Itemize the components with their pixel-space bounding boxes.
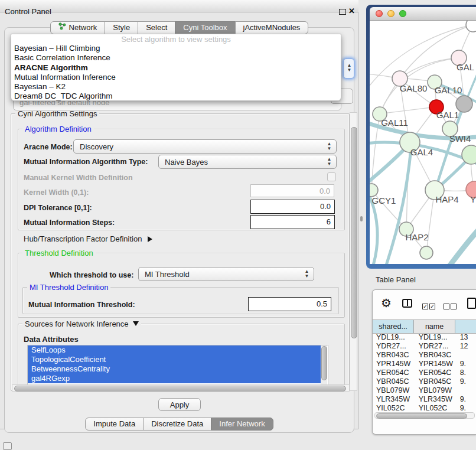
table-cell: YLR345W — [414, 395, 455, 404]
tab-discretize-data[interactable]: Discretize Data — [143, 418, 211, 431]
threshold-definition-title: Threshold Definition — [22, 249, 96, 257]
mi-threshold-label: Mutual Information Threshold: — [28, 301, 135, 309]
hub-definition-section[interactable]: Hub/Transcription Factor Definition — [24, 234, 152, 243]
document-icon[interactable] — [467, 298, 476, 309]
algorithm-dropdown-popup: Select algorithm to view settings Bayesi… — [11, 34, 341, 101]
table-row[interactable]: YBL079WYBL079W — [373, 386, 476, 395]
settings-vertical-scrollbar[interactable] — [350, 112, 357, 391]
which-threshold-combo[interactable]: MI Threshold ▲▼ — [138, 267, 314, 281]
dpi-tolerance-field[interactable]: 0.0 — [250, 200, 335, 214]
table-column-header[interactable]: name — [414, 320, 455, 333]
data-attributes-list[interactable]: SelfLoopsTopologicalCoefficientBetweenne… — [27, 345, 328, 385]
close-icon[interactable]: ✕ — [348, 6, 355, 15]
dpi-tolerance-label: DPI Tolerance [0,1]: — [24, 204, 92, 212]
algorithm-option[interactable]: ARACNE Algorithm — [11, 63, 341, 73]
table-cell: 8. — [455, 369, 476, 377]
data-attribute-item[interactable]: TopologicalCoefficient — [28, 355, 321, 364]
gear-icon[interactable]: ⚙ — [381, 297, 392, 309]
table-column-header[interactable]: shared... — [373, 320, 414, 333]
svg-text:GAL: GAL — [457, 62, 474, 72]
tab-cyni-toolbox[interactable]: Cyni Toolbox — [175, 21, 235, 34]
network-canvas[interactable]: GALGAL80GAL10GAL1GAL11SWI4GAL4GCY1HAP4YH… — [370, 21, 476, 264]
table-column-header[interactable] — [455, 320, 476, 333]
tab-network[interactable]: Network — [50, 21, 106, 34]
unchecked-pair-icon[interactable] — [444, 301, 458, 311]
network-window-titlebar[interactable] — [370, 7, 476, 21]
table-row[interactable]: YDL19...YDL19...13 — [373, 333, 476, 342]
sources-title[interactable]: Sources for Network Inference — [22, 319, 141, 328]
close-traffic-icon[interactable] — [376, 10, 383, 17]
mi-threshold-field[interactable]: 0.5 — [248, 297, 331, 311]
network-icon — [58, 22, 66, 34]
settings-horizontal-scrollbar[interactable] — [12, 384, 350, 392]
list-scrollbar-thumb[interactable] — [321, 346, 327, 380]
tab-infer-network[interactable]: Infer Network — [211, 418, 273, 431]
table-cell: YDL19... — [373, 333, 414, 342]
sources-title-text: Sources for Network Inference — [25, 319, 129, 328]
table-cell: 9. — [455, 377, 476, 386]
tab-impute-data[interactable]: Impute Data — [85, 418, 144, 431]
table-horizontal-scrollbar[interactable] — [374, 412, 475, 419]
aracne-mode-combo[interactable]: Discovery ▲▼ — [73, 139, 337, 154]
split-pane-handle[interactable] — [360, 216, 363, 221]
mi-type-combo[interactable]: Naive Bayes ▲▼ — [158, 155, 337, 169]
tab-jactivemnodules[interactable]: jActiveMNodules — [235, 21, 309, 34]
table-header-row: shared...name — [373, 319, 476, 334]
table-cell: YBL079W — [414, 386, 455, 395]
table-cell: 13 — [455, 333, 476, 342]
table-row[interactable]: YDR27...YDR27...12 — [373, 342, 476, 351]
checked-pair-icon[interactable]: ✓✓ — [422, 301, 436, 311]
svg-text:GCY1: GCY1 — [372, 195, 396, 206]
table-row[interactable]: YBR043CYBR043C — [373, 351, 476, 360]
algorithm-option[interactable]: Bayesian – Hill Climbing — [11, 44, 341, 53]
svg-text:GAL80: GAL80 — [400, 83, 428, 93]
table-row[interactable]: YLR345WYLR345W9. — [373, 395, 476, 404]
list-scrollbar[interactable] — [321, 345, 327, 384]
kernel-width-field[interactable]: 0.0 — [250, 184, 334, 197]
collapse-down-icon[interactable] — [133, 321, 139, 326]
settings-hscroll-thumb[interactable] — [14, 386, 346, 392]
algorithm-option[interactable]: Basic Correlation Inference — [11, 53, 341, 63]
table-row[interactable]: YPR145WYPR145W9. — [373, 360, 476, 369]
control-panel-titlebar[interactable] — [0, 0, 358, 12]
zoom-traffic-icon[interactable] — [399, 10, 406, 17]
network-canvas-svg[interactable]: GALGAL80GAL10GAL1GAL11SWI4GAL4GCY1HAP4YH… — [370, 21, 476, 264]
tab-label: Discretize Data — [151, 418, 203, 430]
table-row[interactable]: YER054CYER054C8. — [373, 369, 476, 377]
apply-button[interactable]: Apply — [158, 398, 201, 411]
expand-right-icon[interactable] — [148, 236, 152, 242]
svg-text:GAL4: GAL4 — [410, 147, 433, 157]
algorithm-option[interactable]: Dream8 DC_TDC Algorithm — [11, 92, 341, 101]
mi-steps-field[interactable]: 6 — [250, 215, 335, 229]
mi-threshold-definition-title: MI Threshold Definition — [27, 283, 110, 292]
data-attribute-item[interactable]: SelfLoops — [28, 345, 321, 355]
window-float-icon[interactable] — [339, 9, 346, 15]
algorithm-option[interactable]: Bayesian – K2 — [11, 82, 341, 92]
application-root: Control Panel ✕ NetworkStyleSelectCyni T… — [0, 0, 476, 450]
table-cell: YDL19... — [414, 333, 455, 342]
tab-select[interactable]: Select — [138, 21, 175, 34]
table-cell: 9. — [455, 395, 476, 404]
which-threshold-value: MI Threshold — [145, 270, 190, 279]
table-panel-window: ⚙ ✓✓ shared...name YDL19...YDL19...13YDR… — [372, 289, 476, 435]
mi-type-value: Naive Bayes — [165, 158, 208, 167]
tab-style[interactable]: Style — [105, 21, 138, 34]
tab-label: Infer Network — [219, 418, 265, 430]
minimize-traffic-icon[interactable] — [387, 10, 395, 17]
tab-bar: NetworkStyleSelectCyni ToolboxjActiveMNo… — [0, 21, 358, 34]
table-hscroll-thumb[interactable] — [376, 413, 467, 419]
table-cell: YER054C — [373, 369, 414, 377]
data-attributes-label: Data Attributes — [24, 335, 79, 344]
data-attribute-item[interactable]: gal4RGexp — [28, 374, 321, 383]
table-row[interactable]: YBR045CYBR045C9. — [373, 377, 476, 386]
table-row[interactable]: YIL052CYIL052C9. — [373, 404, 476, 412]
columns-icon[interactable] — [402, 299, 412, 308]
algorithm-option[interactable]: Mutual Information Inference — [11, 73, 341, 82]
which-threshold-label: Which threshold to use: — [50, 271, 133, 279]
table-body[interactable]: YDL19...YDL19...13YDR27...YDR27...12YBR0… — [373, 333, 476, 412]
panel-dock-icon[interactable] — [3, 442, 12, 450]
data-attribute-item[interactable]: BetweennessCentrality — [28, 364, 321, 374]
focused-combo-stepper-fragment[interactable]: ▲▼ — [343, 58, 354, 79]
settings-vscroll-thumb[interactable] — [351, 127, 357, 338]
manual-kernel-checkbox[interactable] — [327, 172, 336, 181]
